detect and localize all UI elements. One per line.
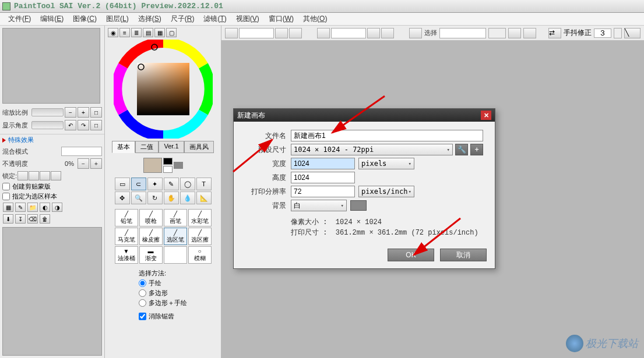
brush-pencil[interactable]: ╱铅笔 [115, 209, 138, 226]
sel-poly-free-radio[interactable] [139, 299, 146, 307]
preset-dropdown[interactable]: 1024 × 1024 - 72ppi [291, 144, 453, 155]
brush-bucket[interactable]: ▼油漆桶 [115, 246, 138, 264]
selection-source-checkbox[interactable] [2, 193, 10, 200]
navigator-preview[interactable] [2, 28, 100, 104]
menu-ruler[interactable]: 尺子(R) [166, 13, 199, 25]
bg-color-swatch[interactable] [174, 162, 183, 169]
angle-cw-button[interactable]: ↷ [78, 120, 89, 130]
lock-alpha-button[interactable] [17, 171, 28, 180]
zoom-reset-button[interactable]: □ [90, 107, 102, 118]
brush-marker[interactable]: ╱马克笔 [115, 228, 138, 245]
menu-file[interactable]: 文件(F) [3, 13, 36, 25]
sel-freehand-radio[interactable] [139, 279, 146, 287]
zoom-out-button[interactable]: − [65, 107, 76, 118]
menu-layer[interactable]: 图层(L) [101, 13, 133, 25]
swatch-white[interactable] [163, 166, 173, 173]
new-mask-button[interactable]: ◐ [40, 203, 50, 212]
brush-blur[interactable]: ○模糊 [188, 246, 212, 264]
brush-eraser[interactable]: ╱橡皮擦 [139, 228, 163, 245]
ct-select-redo[interactable] [523, 28, 536, 38]
brush-empty[interactable] [164, 246, 187, 264]
menu-other[interactable]: 其他(O) [298, 13, 332, 25]
merge-down-button[interactable]: ⬇ [3, 214, 13, 224]
sel-polygon[interactable]: 多边形 [139, 288, 187, 298]
gray-slider-icon[interactable]: ▤ [143, 28, 153, 37]
transfer-down-button[interactable]: ↧ [15, 214, 26, 224]
menu-filter[interactable]: 滤镜(T) [199, 13, 231, 25]
stabilizer-toggle[interactable]: ⇄ [548, 28, 561, 38]
rect-select-tool[interactable]: ▭ [115, 178, 130, 190]
menu-view[interactable]: 视图(V) [231, 13, 264, 25]
preset-tool-button[interactable]: 🔧 [455, 144, 468, 155]
ct-rot-ccw[interactable] [317, 28, 330, 38]
ct-select-undo[interactable] [508, 28, 521, 38]
menu-window[interactable]: 窗口(W) [264, 13, 298, 25]
tab-binary[interactable]: 二值 [135, 141, 159, 153]
color-wheel-icon[interactable]: ◉ [108, 28, 118, 37]
special-effects-header[interactable]: 特殊效果 [0, 134, 104, 146]
apply-mask-button[interactable]: ◑ [52, 203, 62, 212]
dialog-close-button[interactable]: ✕ [481, 111, 491, 120]
swatch-icon[interactable]: ▦ [154, 28, 165, 37]
sel-polygon-radio[interactable] [139, 289, 146, 297]
background-dropdown[interactable]: 白 [291, 200, 347, 211]
ct-angle-field[interactable] [331, 28, 366, 38]
tab-ver1[interactable]: Ver.1 [159, 141, 184, 153]
rotate-tool[interactable]: ↻ [147, 192, 163, 204]
opacity-down-button[interactable]: − [78, 158, 89, 169]
filename-input[interactable] [291, 130, 483, 141]
ct-rot-cw[interactable] [367, 28, 380, 38]
layer-list[interactable] [2, 227, 102, 356]
sel-poly-free[interactable]: 多边形＋手绘 [139, 298, 187, 308]
brush-airbrush[interactable]: ╱喷枪 [139, 209, 163, 226]
text-tool[interactable]: T [196, 178, 212, 190]
delete-layer-button[interactable]: 🗑 [40, 214, 50, 224]
resolution-unit-dropdown[interactable]: pixels/inch [358, 186, 414, 197]
menu-image[interactable]: 图像(C) [68, 13, 101, 25]
ct-select-dd[interactable] [488, 28, 506, 38]
new-linework-button[interactable]: ✎ [15, 203, 26, 212]
fg-color-swatch[interactable] [143, 158, 162, 173]
clipping-mask-row[interactable]: 创建剪贴蒙版 [0, 182, 104, 192]
angle-slider[interactable] [31, 121, 64, 129]
lasso-tool[interactable]: ⊂ [131, 178, 146, 190]
dialog-titlebar[interactable]: 新建画布 ✕ [234, 109, 495, 122]
clear-layer-button[interactable]: ⌫ [27, 214, 38, 224]
sel-freehand[interactable]: 手绘 [139, 278, 187, 288]
new-layer-button[interactable]: ▦ [3, 203, 13, 212]
width-unit-dropdown[interactable]: pixels [358, 158, 414, 169]
clipping-mask-checkbox[interactable] [2, 183, 10, 190]
cancel-button[interactable]: 取消 [440, 249, 487, 261]
ct-flip-h[interactable] [409, 28, 422, 38]
rgb-slider-icon[interactable]: ≡ [119, 28, 130, 37]
new-folder-button[interactable]: 📁 [27, 203, 38, 212]
move-tool[interactable]: ✥ [115, 192, 130, 204]
ct-rot-reset[interactable] [381, 28, 394, 38]
background-color-swatch[interactable] [350, 200, 367, 211]
ct-zoom-out[interactable] [225, 28, 238, 38]
ct-select-field[interactable] [439, 28, 486, 38]
ct-zoom-field[interactable] [239, 28, 274, 38]
brush-sel-eraser[interactable]: ╱选区擦 [188, 228, 212, 245]
height-input[interactable] [291, 172, 355, 183]
width-input[interactable] [291, 158, 355, 169]
brush-gradient[interactable]: ▬渐变 [139, 246, 163, 264]
shape-tool[interactable]: ◯ [180, 178, 195, 190]
ok-button[interactable]: OK [388, 249, 434, 261]
selection-source-row[interactable]: 指定为选区样本 [0, 192, 104, 201]
zoom-tool[interactable]: 🔍 [131, 192, 146, 204]
opacity-up-button[interactable]: + [90, 158, 102, 169]
tab-basic[interactable]: 基本 [112, 141, 135, 153]
wand-tool[interactable]: ✦ [147, 178, 163, 190]
zoom-in-button[interactable]: + [78, 107, 89, 118]
zoom-slider[interactable] [31, 108, 64, 116]
lock-move-button[interactable] [40, 171, 50, 180]
hand-tool[interactable]: ✋ [164, 192, 179, 204]
eyedropper-tool[interactable]: 💧 [180, 192, 195, 204]
antialias-row[interactable]: 消除锯齿 [139, 311, 187, 321]
brush-brush[interactable]: ╱画笔 [164, 209, 187, 226]
blend-mode-dropdown[interactable] [61, 147, 102, 156]
tab-paint-style[interactable]: 画具风 [184, 141, 214, 153]
menu-select[interactable]: 选择(S) [133, 13, 166, 25]
swatch-black[interactable] [163, 158, 173, 165]
